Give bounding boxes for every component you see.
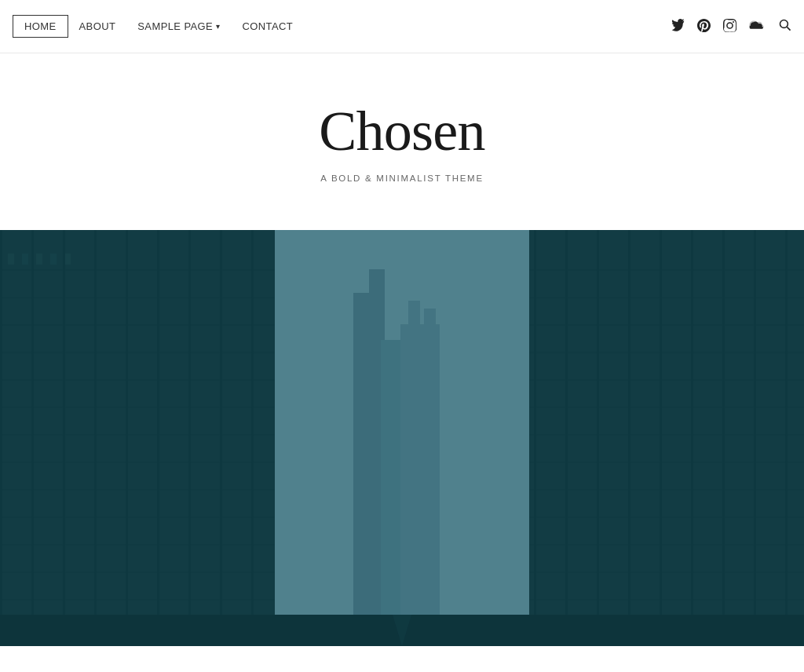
twitter-icon[interactable] (671, 19, 685, 35)
nav-left: HOME ABOUT SAMPLE PAGE ▾ CONTACT (13, 15, 304, 38)
hero-title: Chosen (319, 100, 485, 163)
nav-item-home[interactable]: HOME (13, 15, 68, 38)
nav-item-about[interactable]: ABOUT (68, 16, 127, 37)
main-navigation: HOME ABOUT SAMPLE PAGE ▾ CONTACT (0, 0, 804, 53)
svg-rect-65 (0, 230, 804, 646)
soundcloud-icon[interactable] (749, 20, 766, 33)
nav-item-sample-page[interactable]: SAMPLE PAGE ▾ (126, 16, 231, 37)
svg-line-1 (787, 27, 790, 30)
pinterest-icon[interactable] (697, 19, 711, 35)
hero-subtitle: A BOLD & MINIMALIST THEME (320, 173, 484, 183)
city-illustration (0, 230, 804, 646)
hero-section: Chosen A BOLD & MINIMALIST THEME (0, 53, 804, 230)
instagram-icon[interactable] (723, 19, 736, 35)
city-hero-image (0, 230, 804, 646)
nav-right (671, 18, 791, 35)
search-icon[interactable] (778, 18, 791, 35)
chevron-down-icon: ▾ (216, 22, 220, 31)
svg-point-0 (780, 20, 788, 27)
nav-item-contact[interactable]: CONTACT (232, 16, 305, 37)
